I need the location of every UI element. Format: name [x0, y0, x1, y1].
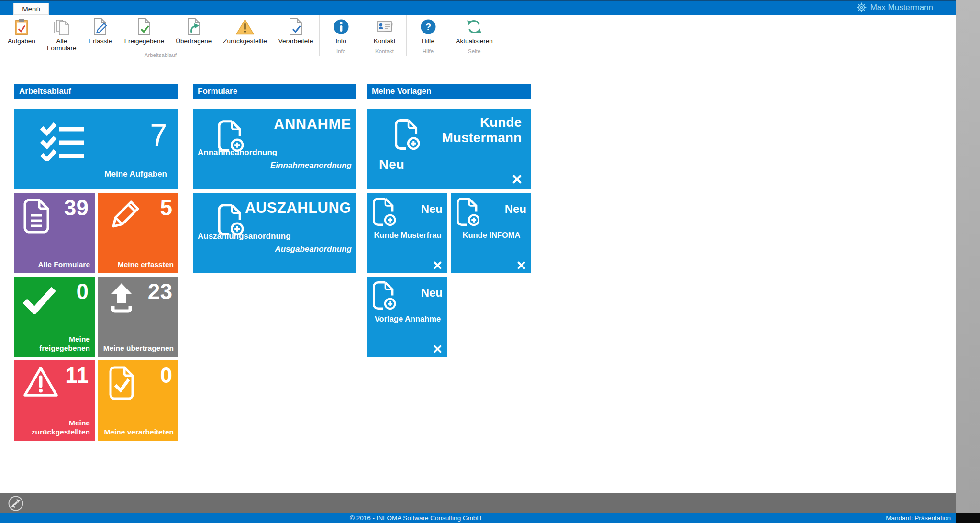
help-icon: ? — [420, 17, 436, 36]
section-header-formulare: Formulare — [193, 84, 356, 99]
tile-meine-erfassten[interactable]: 5 Meine erfassten — [98, 193, 178, 273]
refresh-icon — [466, 17, 483, 36]
document-blue-check-icon — [287, 17, 304, 36]
ribbon-group-label-hilfe: Hilfe — [407, 48, 450, 56]
status-mandant: Mandant: Präsentation — [886, 514, 951, 522]
close-icon[interactable] — [434, 345, 442, 353]
ribbon-button-info[interactable]: Info — [320, 15, 363, 45]
ribbon-button-label: Hilfe — [422, 37, 434, 45]
info-icon — [333, 17, 349, 36]
svg-text:?: ? — [425, 22, 431, 32]
ribbon-button-label: Übertragene — [176, 37, 212, 45]
document-check-icon — [109, 366, 134, 400]
ribbon-button-aufgaben[interactable]: Aufgaben — [2, 15, 41, 45]
section-header-meine-vorlagen: Meine Vorlagen — [367, 84, 531, 99]
close-icon[interactable] — [512, 175, 522, 184]
document-plus-icon — [217, 120, 244, 152]
tile-alle-formulare[interactable]: 39 Alle Formulare — [14, 193, 95, 273]
ribbon-group-label-arbeitsablauf: Arbeitsablauf — [2, 52, 319, 60]
checklist-icon — [39, 122, 87, 161]
desktop-background-strip — [956, 0, 980, 523]
documents-stack-icon — [53, 17, 70, 36]
tile-annahme[interactable]: ANNAHME Annahmeanordnung Einnahmeanordnu… — [193, 109, 356, 189]
ribbon-group-label-kontakt: Kontakt — [363, 48, 406, 56]
ribbon-group-hilfe: ? Hilfe Hilfe — [407, 15, 450, 56]
ribbon-button-label: Aktualisieren — [456, 37, 493, 45]
screen: Menü — [0, 0, 980, 523]
form-title: AUSZAHLUNG — [245, 200, 351, 217]
tile-kunde-musterfrau[interactable]: Neu Kunde Musterfrau — [367, 193, 447, 273]
tile-kunde-mustermann[interactable]: Kunde Mustermann Neu — [367, 109, 531, 189]
ribbon-group-label-info: Info — [320, 48, 363, 56]
tile-auszahlung[interactable]: AUSZAHLUNG Auszahlungsanordnung Ausgabea… — [193, 193, 356, 273]
ribbon-group-arbeitsablauf: Aufgaben — [2, 15, 320, 56]
titlebar-top-edge — [0, 0, 956, 1]
ribbon-button-aktualisieren[interactable]: Aktualisieren — [450, 15, 499, 45]
tile-meine-aufgaben[interactable]: 7 Meine Aufgaben — [14, 109, 178, 189]
tile-meine-verarbeiteten[interactable]: 0 Meine verarbeiteten — [98, 360, 178, 441]
tile-meine-uebertragenen[interactable]: 23 Meine übertragenen — [98, 277, 178, 357]
tile-kunde-infoma[interactable]: Neu Kunde INFOMA — [451, 193, 531, 273]
form-detail: Ausgabeanordnung — [275, 245, 352, 254]
pencil-icon — [107, 199, 141, 233]
app-window: Menü — [0, 0, 956, 523]
template-title: Kunde INFOMA — [454, 231, 529, 240]
status-bar: © 2016 - INFOMA Software Consulting GmbH… — [0, 513, 956, 523]
template-action-neu[interactable]: Neu — [505, 202, 526, 216]
ribbon-button-zurueckgestellte[interactable]: Zurückgestellte — [217, 15, 273, 45]
template-action-neu[interactable]: Neu — [421, 202, 443, 216]
document-arrow-up-icon — [185, 17, 202, 36]
document-pencil-icon — [92, 17, 109, 36]
template-title: Vorlage Annahme — [370, 314, 445, 323]
ribbon-button-hilfe[interactable]: ? Hilfe — [407, 15, 450, 45]
tile-label: Meine Aufgaben — [104, 169, 167, 179]
close-icon[interactable] — [434, 261, 442, 269]
close-icon[interactable] — [517, 261, 525, 269]
form-title: ANNAHME — [274, 116, 351, 133]
form-subtitle: Annahmeanordnung — [198, 148, 277, 157]
ribbon-button-label: Freigegebene — [124, 37, 164, 45]
ribbon-button-erfasste[interactable]: Erfasste — [82, 15, 119, 45]
tile-label: Meine übertragenen — [103, 344, 174, 353]
document-plus-icon — [372, 281, 396, 310]
document-plus-icon — [456, 197, 479, 226]
tile-label: Meine freigegebenen — [18, 335, 90, 353]
tile-meine-freigegebenen[interactable]: 0 Meine freigegebenen — [14, 277, 95, 357]
tile-count: 11 — [65, 362, 89, 388]
swap-arrows-icon[interactable] — [8, 495, 24, 512]
ribbon-button-label: Alle Formulare — [47, 37, 77, 52]
tile-meine-zurueckgestellten[interactable]: 11 Meine zurückgestellten — [14, 360, 95, 441]
ribbon-button-freigegebene[interactable]: Freigegebene — [119, 15, 170, 45]
tile-count: 0 — [76, 278, 89, 304]
tile-label: Meine zurückgestellten — [18, 419, 90, 436]
template-action-neu[interactable]: Neu — [421, 286, 443, 300]
gear-icon[interactable] — [857, 2, 867, 12]
tile-vorlage-annahme[interactable]: Neu Vorlage Annahme — [367, 277, 447, 357]
contact-card-icon — [375, 17, 394, 36]
document-plus-icon — [394, 119, 420, 150]
section-meine-vorlagen: Meine Vorlagen Kunde Mustermann Neu — [367, 84, 531, 357]
user-menu[interactable]: Max Mustermann — [857, 2, 933, 12]
document-plus-icon — [217, 203, 244, 236]
ribbon-button-label: Kontakt — [374, 37, 396, 45]
tile-label: Alle Formulare — [38, 260, 90, 269]
template-action-neu[interactable]: Neu — [379, 157, 404, 172]
menu-tab[interactable]: Menü — [13, 3, 49, 15]
tile-count: 39 — [64, 195, 89, 221]
footer-bar — [0, 493, 956, 513]
ribbon-button-kontakt[interactable]: Kontakt — [363, 15, 406, 45]
ribbon-button-verarbeitete[interactable]: Verarbeitete — [273, 15, 319, 45]
ribbon-button-uebertragene[interactable]: Übertragene — [170, 15, 217, 45]
upload-icon — [107, 282, 136, 314]
ribbon-group-kontakt: Kontakt Kontakt — [363, 15, 407, 56]
ribbon-group-label-seite: Seite — [450, 48, 499, 56]
document-lines-icon — [23, 199, 50, 234]
ribbon-button-label: Erfasste — [89, 37, 112, 45]
user-name[interactable]: Max Mustermann — [870, 3, 933, 12]
form-detail: Einnahmeanordnung — [270, 161, 352, 170]
ribbon-button-alle-formulare[interactable]: Alle Formulare — [41, 15, 82, 52]
document-green-check-icon — [135, 17, 153, 36]
ribbon-button-label: Zurückgestellte — [223, 37, 267, 45]
tile-label: Meine verarbeiteten — [104, 428, 174, 436]
template-title: Kunde Musterfrau — [370, 231, 445, 240]
